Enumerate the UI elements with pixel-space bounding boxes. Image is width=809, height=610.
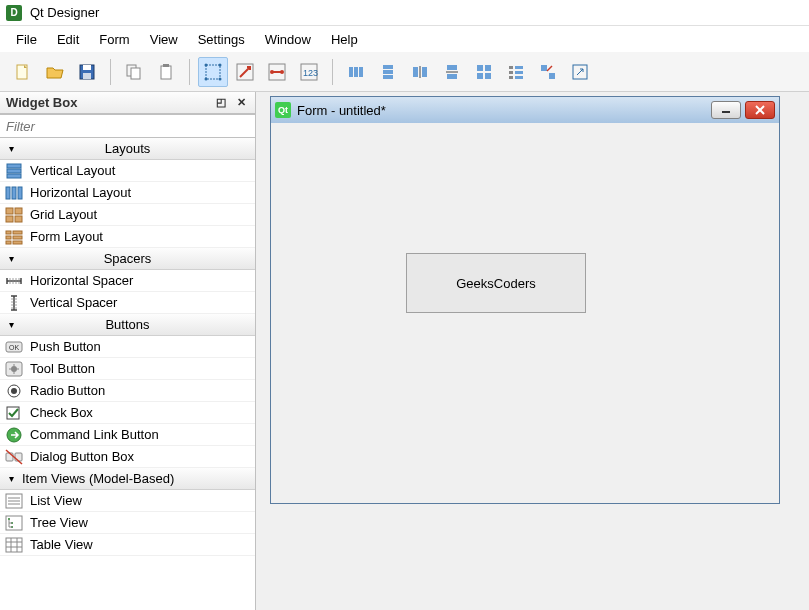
- menu-form[interactable]: Form: [89, 28, 139, 51]
- pushbutton-icon: OK: [4, 339, 24, 355]
- category-buttons[interactable]: ▾Buttons: [0, 314, 255, 336]
- menu-window[interactable]: Window: [255, 28, 321, 51]
- toolbar-new-button[interactable]: [8, 57, 38, 87]
- svg-rect-33: [477, 73, 483, 79]
- svg-rect-24: [383, 75, 393, 79]
- menu-file[interactable]: File: [6, 28, 47, 51]
- svg-rect-5: [131, 68, 140, 79]
- svg-rect-27: [422, 67, 427, 77]
- design-canvas: Qt Form - untitled* GeeksCoders: [256, 92, 809, 610]
- toolbar-break-layout-button[interactable]: [533, 57, 563, 87]
- widget-table-view[interactable]: Table View: [0, 534, 255, 556]
- form-minimize-button[interactable]: [711, 101, 741, 119]
- toolbar-edit-signals-button[interactable]: [230, 57, 260, 87]
- menu-settings[interactable]: Settings: [188, 28, 255, 51]
- menu-help[interactable]: Help: [321, 28, 368, 51]
- svg-rect-60: [13, 241, 22, 244]
- menu-view[interactable]: View: [140, 28, 188, 51]
- placed-pushbutton-label: GeeksCoders: [456, 276, 535, 291]
- widget-dialog-button-box[interactable]: Dialog Button Box: [0, 446, 255, 468]
- svg-rect-50: [18, 187, 22, 199]
- toolbar-lay-v-split-button[interactable]: [437, 57, 467, 87]
- form-body[interactable]: GeeksCoders: [271, 123, 779, 503]
- chevron-down-icon: ▾: [0, 473, 22, 484]
- toolbar-lay-v-button[interactable]: [373, 57, 403, 87]
- toolbar-lay-h-button[interactable]: [341, 57, 371, 87]
- form-close-button[interactable]: [745, 101, 775, 119]
- qt-logo-icon: Qt: [275, 102, 291, 118]
- widget-radio-button[interactable]: Radio Button: [0, 380, 255, 402]
- svg-rect-23: [383, 70, 393, 74]
- toolbar-adjust-size-button[interactable]: [565, 57, 595, 87]
- widget-tree-view[interactable]: Tree View: [0, 512, 255, 534]
- widget-vertical-spacer[interactable]: Vertical Spacer: [0, 292, 255, 314]
- form-window-titlebar[interactable]: Qt Form - untitled*: [271, 97, 779, 123]
- toolbar-paste-button[interactable]: [151, 57, 181, 87]
- widget-box-title: Widget Box: [6, 95, 77, 110]
- commandlink-icon: [4, 427, 24, 443]
- svg-point-11: [205, 77, 208, 80]
- toolbar-save-button[interactable]: [72, 57, 102, 87]
- svg-rect-45: [7, 164, 21, 168]
- svg-rect-21: [359, 67, 363, 77]
- widget-vertical-layout[interactable]: Vertical Layout: [0, 160, 255, 182]
- svg-text:123: 123: [303, 68, 318, 78]
- svg-rect-55: [6, 231, 11, 234]
- svg-rect-69: [6, 453, 13, 461]
- gridlayout-icon: [4, 207, 24, 223]
- placed-pushbutton[interactable]: GeeksCoders: [406, 253, 586, 313]
- app-titlebar: D Qt Designer: [0, 0, 809, 26]
- form-window-title: Form - untitled*: [297, 103, 386, 118]
- widget-horizontal-layout[interactable]: Horizontal Layout: [0, 182, 255, 204]
- vspacer-icon: [4, 295, 24, 311]
- widget-tool-button[interactable]: Tool Button: [0, 358, 255, 380]
- toolbar-copy-button[interactable]: [119, 57, 149, 87]
- toolbar-edit-buddies-button[interactable]: [262, 57, 292, 87]
- svg-point-15: [270, 70, 274, 74]
- toolbar-lay-h-split-button[interactable]: [405, 57, 435, 87]
- svg-rect-2: [83, 65, 91, 70]
- panel-close-button[interactable]: ✕: [233, 95, 249, 111]
- svg-rect-51: [6, 208, 13, 214]
- svg-rect-47: [7, 174, 21, 178]
- radiobutton-icon: [4, 383, 24, 399]
- treeview-icon: [4, 515, 24, 531]
- hspacer-icon: [4, 273, 24, 289]
- toolbutton-icon: [4, 361, 24, 377]
- widget-horizontal-spacer[interactable]: Horizontal Spacer: [0, 270, 255, 292]
- toolbar-edit-widgets-button[interactable]: [198, 57, 228, 87]
- widget-command-link-button[interactable]: Command Link Button: [0, 424, 255, 446]
- menu-edit[interactable]: Edit: [47, 28, 89, 51]
- widget-check-box[interactable]: Check Box: [0, 402, 255, 424]
- svg-rect-54: [15, 216, 22, 222]
- formlayout-icon: [4, 229, 24, 245]
- toolbar-lay-form-button[interactable]: [501, 57, 531, 87]
- widget-form-layout[interactable]: Form Layout: [0, 226, 255, 248]
- category-item-views-model-based-[interactable]: ▾Item Views (Model-Based): [0, 468, 255, 490]
- panel-float-button[interactable]: ◰: [213, 95, 229, 111]
- checkbox-icon: [4, 405, 24, 421]
- chevron-down-icon: ▾: [0, 253, 22, 264]
- svg-rect-46: [7, 169, 21, 173]
- svg-point-12: [219, 77, 222, 80]
- svg-point-9: [205, 63, 208, 66]
- svg-rect-40: [515, 76, 523, 79]
- dialogbuttonbox-icon: [4, 449, 24, 465]
- toolbar-open-button[interactable]: [40, 57, 70, 87]
- widget-list-view[interactable]: List View: [0, 490, 255, 512]
- widget-tree[interactable]: ▾LayoutsVertical LayoutHorizontal Layout…: [0, 138, 255, 610]
- widget-push-button[interactable]: OKPush Button: [0, 336, 255, 358]
- widget-box-header: Widget Box ◰ ✕: [0, 92, 255, 114]
- toolbar-lay-grid-button[interactable]: [469, 57, 499, 87]
- svg-rect-70: [15, 453, 22, 461]
- category-layouts[interactable]: ▾Layouts: [0, 138, 255, 160]
- svg-rect-56: [13, 231, 22, 234]
- svg-line-43: [547, 66, 552, 71]
- toolbar-edit-tab-order-button[interactable]: 123: [294, 57, 324, 87]
- listview-icon: [4, 493, 24, 509]
- category-spacers[interactable]: ▾Spacers: [0, 248, 255, 270]
- form-window[interactable]: Qt Form - untitled* GeeksCoders: [270, 96, 780, 504]
- filter-input[interactable]: [0, 114, 255, 138]
- svg-rect-20: [354, 67, 358, 77]
- widget-grid-layout[interactable]: Grid Layout: [0, 204, 255, 226]
